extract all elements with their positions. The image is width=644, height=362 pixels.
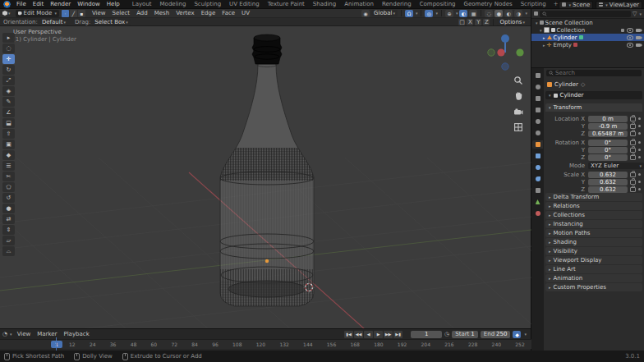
- tool-shear-icon[interactable]: [2, 236, 15, 245]
- eye-icon[interactable]: [627, 43, 633, 48]
- location-x-field[interactable]: 0 m: [588, 116, 628, 122]
- filter-display-icon[interactable]: [534, 11, 538, 16]
- frame-end-field[interactable]: End250: [481, 331, 511, 338]
- properties-search[interactable]: Search: [546, 70, 642, 76]
- gizmo-icon[interactable]: ⊕: [445, 10, 453, 17]
- tool-loopcut-icon[interactable]: [2, 161, 15, 171]
- tab-physics[interactable]: [532, 175, 543, 183]
- panel-header[interactable]: Viewport Display: [545, 256, 642, 264]
- expand-caret[interactable]: [539, 27, 542, 34]
- workspace-tab[interactable]: UV Editing: [225, 0, 264, 9]
- stopwatch-icon[interactable]: ◷: [444, 331, 449, 337]
- viewport-menu-item[interactable]: Face: [218, 10, 238, 16]
- tool-edge-slide-icon[interactable]: [2, 214, 15, 224]
- animate-dot-icon[interactable]: [638, 125, 641, 127]
- panel-header[interactable]: Delta Transform: [545, 193, 642, 201]
- pin-icon[interactable]: ◇: [581, 81, 585, 88]
- tab-object[interactable]: [532, 140, 543, 149]
- vertex-select-icon[interactable]: ·: [62, 10, 69, 17]
- workspace-tab[interactable]: Texture Paint: [264, 0, 309, 9]
- panel-header[interactable]: Line Art: [545, 265, 642, 273]
- drag-select[interactable]: Select Box: [92, 19, 130, 25]
- shading-solid-icon[interactable]: ●: [494, 10, 503, 17]
- magnet-icon[interactable]: Ω: [405, 10, 413, 17]
- scale-y-field[interactable]: 0.632: [588, 179, 628, 186]
- lock-icon[interactable]: [630, 140, 636, 145]
- animate-dot-icon[interactable]: [638, 156, 641, 158]
- collection-checkbox[interactable]: [544, 27, 550, 33]
- jump-end-button[interactable]: ▶▮: [393, 331, 402, 338]
- workspace-tab[interactable]: Modeling: [156, 0, 191, 9]
- keying-caret[interactable]: [523, 331, 527, 337]
- viewport-canvas[interactable]: User Perspective (1) Cylinder | Cylinder: [0, 26, 531, 328]
- timeline-menu-item[interactable]: View: [14, 331, 34, 337]
- expand-caret[interactable]: ▸: [543, 35, 545, 40]
- clock-icon[interactable]: ◔: [2, 331, 7, 337]
- animate-dot-icon[interactable]: [638, 132, 641, 135]
- editor-caret[interactable]: [9, 331, 12, 337]
- camera-view-icon[interactable]: [513, 107, 523, 117]
- tool-polybuild-icon[interactable]: [2, 182, 15, 192]
- animate-dot-icon[interactable]: [638, 181, 641, 183]
- viewport-menu-item[interactable]: View: [89, 10, 109, 16]
- workspace-tab[interactable]: Geometry Nodes: [460, 0, 517, 9]
- tool-spin-icon[interactable]: [2, 193, 15, 203]
- camera-restrict-icon[interactable]: [636, 29, 641, 32]
- tab-scene[interactable]: [532, 117, 543, 126]
- shading-caret[interactable]: [524, 10, 527, 16]
- eye-icon[interactable]: [627, 35, 633, 40]
- expand-caret[interactable]: [535, 20, 538, 26]
- tool-extrude-icon[interactable]: [2, 129, 15, 139]
- lock-icon[interactable]: [630, 117, 636, 121]
- timeline-menu-item[interactable]: Marker: [34, 331, 60, 337]
- exclude-icon[interactable]: [621, 29, 624, 32]
- tool-shrink-fatten-icon[interactable]: [2, 225, 15, 235]
- workspace-tab[interactable]: Shading: [309, 0, 340, 9]
- location-z-field[interactable]: 0.65487 m: [588, 131, 628, 137]
- rotation-x-field[interactable]: 0°: [588, 140, 628, 146]
- tab-tool[interactable]: [532, 71, 543, 80]
- pan-hand-icon[interactable]: [513, 91, 523, 101]
- tool-add-cube-icon[interactable]: [2, 118, 15, 128]
- tool-smooth-icon[interactable]: [2, 204, 15, 213]
- mode-dropdown[interactable]: Edit Mode: [16, 10, 59, 17]
- shading-material-icon[interactable]: ◐: [504, 10, 513, 17]
- tool-tweak-icon[interactable]: [2, 33, 15, 43]
- tool-measure-icon[interactable]: [2, 108, 15, 117]
- animate-dot-icon[interactable]: [638, 149, 641, 151]
- prev-keyframe-button[interactable]: ◀◀: [354, 331, 363, 338]
- orientation-dropdown[interactable]: Global: [371, 10, 398, 16]
- mirror-icon[interactable]: ▢: [458, 19, 465, 25]
- tool-bevel-icon[interactable]: [2, 150, 15, 160]
- panel-header[interactable]: Motion Paths: [545, 229, 642, 237]
- tab-particles[interactable]: [532, 163, 543, 172]
- tool-annotate-icon[interactable]: [2, 97, 15, 107]
- panel-header[interactable]: Custom Properties: [545, 283, 642, 291]
- mirror-z-button[interactable]: Z: [483, 19, 490, 25]
- app-menu-item[interactable]: Help: [104, 1, 123, 7]
- viewport-menu-item[interactable]: UV: [238, 10, 253, 16]
- filter-caret[interactable]: [638, 11, 642, 17]
- lock-icon[interactable]: [630, 155, 636, 160]
- frame-start-field[interactable]: Start1: [452, 331, 478, 338]
- scene-selector[interactable]: Scene: [559, 1, 593, 9]
- tool-move-icon[interactable]: [2, 54, 15, 64]
- proportional-caret[interactable]: [435, 10, 438, 16]
- tab-render[interactable]: [532, 83, 543, 91]
- outliner-search[interactable]: [540, 11, 631, 17]
- tab-view-layer[interactable]: [532, 106, 543, 114]
- viewport-menu-item[interactable]: Edge: [198, 10, 219, 16]
- tool-rip-region-icon[interactable]: [2, 246, 15, 256]
- lock-icon[interactable]: [630, 131, 636, 136]
- keying-icon[interactable]: ◆: [513, 331, 521, 338]
- viewport-menu-item[interactable]: Mesh: [151, 10, 172, 16]
- tool-cursor-icon[interactable]: [2, 44, 15, 53]
- animate-dot-icon[interactable]: [638, 188, 641, 190]
- view-layer-selector[interactable]: ViewLayer: [596, 1, 642, 9]
- orientation-select[interactable]: Default: [39, 19, 68, 25]
- gizmo-caret[interactable]: [455, 10, 458, 16]
- panel-header[interactable]: Relations: [545, 202, 642, 210]
- outliner-row-scene-collection[interactable]: Scene Collection: [531, 19, 644, 26]
- tab-modifiers[interactable]: [532, 152, 543, 160]
- rotation-y-field[interactable]: 0°: [588, 147, 628, 154]
